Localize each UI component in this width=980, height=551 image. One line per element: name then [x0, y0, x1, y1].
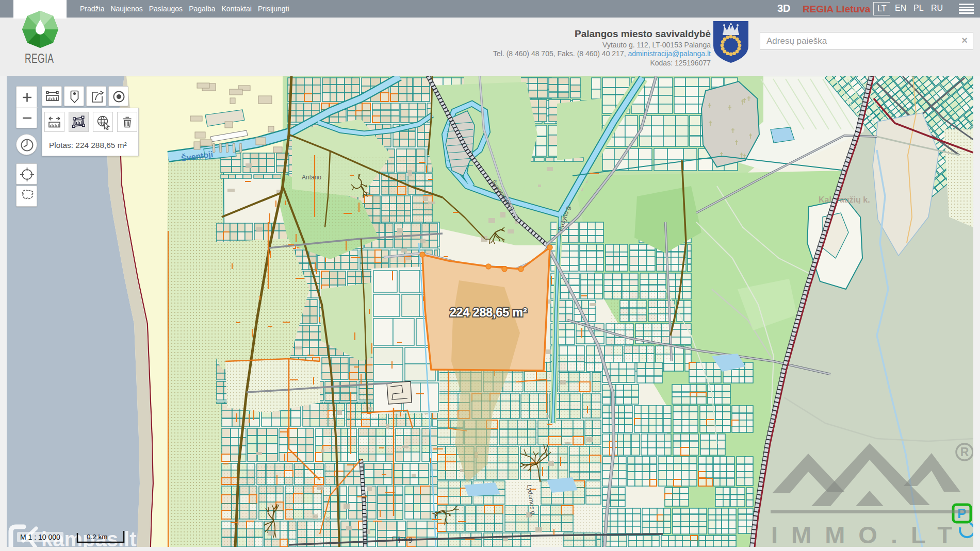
- svg-text:224 288,65 m²: 224 288,65 m²: [450, 306, 527, 319]
- svg-text:Kalgraužių k.: Kalgraužių k.: [819, 195, 870, 204]
- svg-text:Antano: Antano: [302, 174, 321, 181]
- svg-text:R: R: [960, 445, 969, 459]
- svg-text:IMMO.LT: IMMO.LT: [771, 521, 966, 547]
- svg-text:0.2 km: 0.2 km: [87, 533, 108, 541]
- svg-text:Elijos g.: Elijos g.: [392, 536, 414, 543]
